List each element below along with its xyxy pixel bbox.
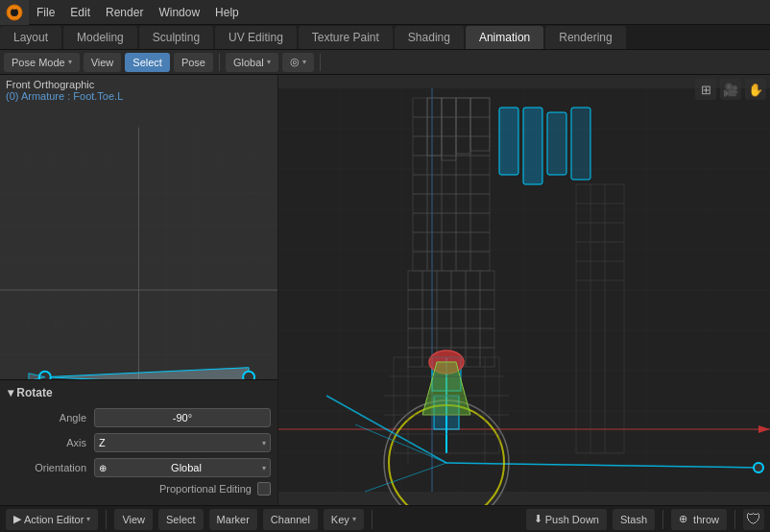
svg-rect-81	[523, 108, 542, 184]
top-menu-bar: File Edit Render Window Help	[0, 0, 770, 25]
mode-dropdown-arrow: ▾	[68, 58, 72, 66]
svg-rect-83	[571, 108, 590, 180]
fly-mode-icon[interactable]: ✋	[745, 79, 766, 100]
menu-file[interactable]: File	[29, 0, 62, 25]
angle-row: Angle	[8, 407, 271, 428]
proportional-checkbox[interactable]	[257, 482, 271, 496]
viewport-corner-icons: ⊞ 🎥 ✋	[695, 79, 766, 100]
action-editor-dropdown: ▾	[86, 515, 90, 523]
stash-btn[interactable]: Stash	[613, 509, 655, 530]
key-dropdown: ▾	[352, 515, 356, 523]
svg-rect-82	[547, 112, 566, 175]
main-area: Front Orthographic (0) Armature : Foot.T…	[0, 75, 770, 505]
axis-select[interactable]: Z ▾	[94, 433, 271, 452]
shield-icon[interactable]: 🛡	[743, 509, 764, 530]
right-viewport-canvas	[278, 75, 770, 505]
svg-point-1	[11, 9, 18, 16]
camera-icon[interactable]: 🎥	[720, 79, 741, 100]
armature-info: (0) Armature : Foot.Toe.L	[6, 90, 123, 102]
orientation-select[interactable]: ⊕ Global ▾	[94, 458, 271, 477]
bottom-key-btn[interactable]: Key ▾	[324, 509, 364, 530]
menu-help[interactable]: Help	[207, 0, 247, 25]
view-btn[interactable]: View	[84, 53, 122, 72]
axis-dropdown-arrow: ▾	[262, 439, 266, 447]
bottom-sep-1	[106, 510, 107, 529]
push-down-icon: ⬇	[534, 513, 542, 525]
properties-panel: ▾ Rotate Angle Axis Z ▾ Orientation ⊕ Gl…	[0, 379, 278, 505]
menu-edit[interactable]: Edit	[62, 0, 98, 25]
pivot-icon: ◎	[290, 56, 300, 68]
bottom-bar: ▶ Action Editor ▾ View Select Marker Cha…	[0, 505, 770, 532]
svg-point-2	[12, 6, 16, 10]
throw-icon: ⊕	[679, 513, 687, 525]
axis-label: Axis	[8, 437, 94, 448]
pose-btn[interactable]: Pose	[174, 53, 213, 72]
bottom-view-btn[interactable]: View	[114, 509, 153, 530]
transform-orientation[interactable]: Global ▾	[226, 53, 278, 72]
mode-label: Pose Mode	[12, 57, 65, 68]
panel-title: ▾ Rotate	[8, 386, 271, 399]
bottom-sep-4	[734, 510, 735, 529]
app-logo[interactable]	[0, 0, 29, 25]
viewport-left[interactable]: Front Orthographic (0) Armature : Foot.T…	[0, 75, 278, 505]
separator-2	[320, 54, 321, 71]
menu-window[interactable]: Window	[151, 0, 207, 25]
tab-layout[interactable]: Layout	[0, 26, 61, 49]
viewport-right[interactable]: ⊞ 🎥 ✋	[278, 75, 770, 505]
tab-animation[interactable]: Animation	[466, 26, 543, 49]
bottom-sep-3	[662, 510, 663, 529]
mode-switcher[interactable]: Pose Mode ▾	[4, 53, 80, 72]
proportional-row: Proportional Editing	[8, 482, 271, 496]
proportional-label: Proportional Editing	[159, 483, 252, 495]
separator-1	[219, 54, 220, 71]
angle-label: Angle	[8, 412, 94, 423]
pivot-center[interactable]: ◎ ▾	[282, 53, 314, 72]
orientation-label: Orientation	[8, 462, 94, 473]
orientation-value: Global	[171, 462, 202, 473]
viewport-menu-icon[interactable]: ⊞	[695, 79, 716, 100]
key-label: Key	[331, 514, 349, 525]
bottom-marker-btn[interactable]: Marker	[209, 509, 257, 530]
action-editor-icon: ▶	[13, 513, 21, 525]
angle-input[interactable]	[94, 408, 271, 427]
tab-shading[interactable]: Shading	[395, 26, 464, 49]
svg-point-79	[754, 463, 763, 472]
action-editor-type-btn[interactable]: ▶ Action Editor ▾	[6, 509, 98, 530]
orientation-row: Orientation ⊕ Global ▾	[8, 457, 271, 478]
tab-rendering[interactable]: Rendering	[545, 26, 625, 49]
throw-label: throw	[693, 514, 719, 525]
tab-modeling[interactable]: Modeling	[63, 26, 137, 49]
axis-row: Axis Z ▾	[8, 432, 271, 453]
action-editor-label: Action Editor	[24, 514, 84, 525]
throw-btn[interactable]: ⊕ throw	[671, 509, 727, 530]
svg-rect-80	[499, 108, 518, 175]
bottom-select-btn[interactable]: Select	[158, 509, 204, 530]
transform-label: Global	[233, 57, 264, 68]
viewport-info: Front Orthographic (0) Armature : Foot.T…	[6, 79, 123, 102]
axis-value: Z	[99, 437, 106, 448]
transform-arrow: ▾	[267, 58, 271, 66]
orientation-icon: ⊕	[99, 463, 107, 473]
tab-sculpting[interactable]: Sculpting	[139, 26, 213, 49]
orientation-dropdown-arrow: ▾	[262, 464, 266, 472]
workspace-tabs: Layout Modeling Sculpting UV Editing Tex…	[0, 25, 770, 50]
menu-render[interactable]: Render	[98, 0, 151, 25]
pivot-arrow: ▾	[302, 58, 306, 66]
select-btn[interactable]: Select	[125, 53, 170, 72]
tab-texture-paint[interactable]: Texture Paint	[299, 26, 393, 49]
header-toolbar: Pose Mode ▾ View Select Pose Global ▾ ◎ …	[0, 50, 770, 75]
push-down-btn[interactable]: ⬇ Push Down	[526, 509, 607, 530]
bottom-sep-2	[372, 510, 373, 529]
tab-uv-editing[interactable]: UV Editing	[215, 26, 297, 49]
projection-label: Front Orthographic	[6, 79, 123, 90]
bottom-channel-btn[interactable]: Channel	[263, 509, 318, 530]
push-down-label: Push Down	[545, 514, 599, 525]
